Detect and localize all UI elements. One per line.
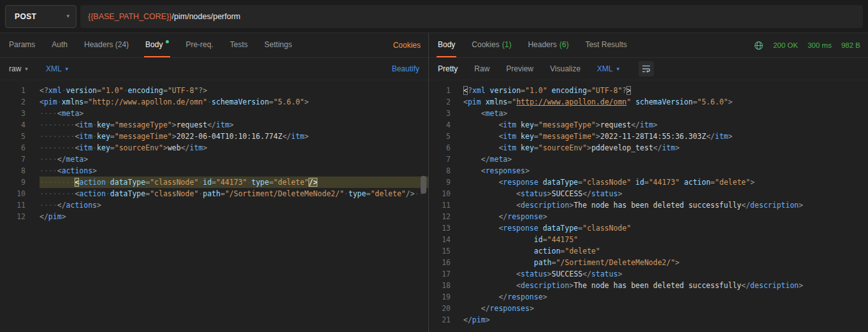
tab-label: Test Results	[585, 40, 626, 49]
request-tabbar: ParamsAuthHeaders (24)BodyPre-req.TestsS…	[0, 33, 428, 58]
code-line-19[interactable]: 19 </response>	[429, 291, 868, 303]
code-line-8[interactable]: 8····<actions>	[0, 165, 428, 177]
chevron-down-icon: ▾	[25, 66, 28, 72]
code-text: <meta>	[463, 108, 868, 119]
line-number: 7	[0, 154, 25, 165]
line-number: 7	[429, 154, 451, 165]
line-number: 14	[429, 234, 451, 245]
view-visualize[interactable]: Visualize	[550, 64, 581, 73]
code-line-2[interactable]: 2<pim xmlns="http://www.apollon.de/omn" …	[429, 96, 868, 108]
code-line-16[interactable]: 16 path="/Sortiment/DeleteMeNode2/">	[429, 257, 868, 268]
response-tab-body[interactable]: Body	[437, 33, 456, 57]
line-number: 21	[429, 314, 451, 326]
spacer	[642, 33, 754, 57]
line-number: 1	[429, 85, 451, 96]
code-line-2[interactable]: 2<pim·xmlns="http://www.apollon.de/omn"·…	[0, 96, 428, 108]
request-tab-body[interactable]: Body	[144, 33, 170, 57]
request-body-editor[interactable]: 1<?xml·version="1.0"·encoding="UTF-8"?>2…	[0, 80, 428, 332]
code-line-4[interactable]: 4 <itm key="messageType">request</itm>	[429, 119, 868, 131]
code-line-15[interactable]: 15 action="delete"	[429, 245, 868, 257]
line-number: 17	[429, 268, 451, 280]
code-line-6[interactable]: 6 <itm key="sourceEnv">pddevelop_test</i…	[429, 142, 868, 154]
tab-count: (6)	[560, 40, 569, 49]
code-line-10[interactable]: 10········<action·dataType="classNode"·p…	[0, 188, 428, 199]
line-number: 9	[0, 177, 25, 188]
response-time: 300 ms	[807, 41, 832, 49]
chevron-down-icon: ▾	[617, 66, 620, 72]
wrap-text-button[interactable]	[639, 61, 654, 76]
request-tab-params[interactable]: Params	[8, 33, 36, 57]
code-line-3[interactable]: 3 <meta>	[429, 108, 868, 119]
network-icon[interactable]	[754, 41, 763, 50]
code-line-4[interactable]: 4········<itm·key="messageType">request<…	[0, 119, 428, 131]
code-line-20[interactable]: 20 </responses>	[429, 303, 868, 314]
code-line-1[interactable]: 1<?xml version="1.0" encoding="UTF-8"?>	[429, 85, 868, 96]
tab-label: Tests	[230, 40, 248, 49]
code-text: <response dataType="classNode"	[463, 222, 868, 234]
code-line-8[interactable]: 8 <responses>	[429, 165, 868, 177]
response-tab-test-results[interactable]: Test Results	[584, 33, 628, 57]
response-status-group: 200 OK 300 ms 982 B	[754, 33, 860, 57]
code-line-5[interactable]: 5········<itm·key="messageTime">2022-06-…	[0, 131, 428, 142]
cookies-link[interactable]: Cookies	[393, 33, 421, 57]
code-line-14[interactable]: 14 id="44175"	[429, 234, 868, 245]
code-text: path="/Sortiment/DeleteMeNode2/">	[463, 257, 868, 268]
method-select[interactable]: POST ▾	[5, 5, 76, 28]
response-body-viewer[interactable]: 1<?xml version="1.0" encoding="UTF-8"?>2…	[429, 80, 868, 332]
code-line-12[interactable]: 12 </response>	[429, 211, 868, 222]
response-language-select[interactable]: XML ▾	[597, 64, 619, 73]
response-size: 982 B	[841, 41, 860, 49]
editor-scrollbar[interactable]	[421, 176, 426, 194]
chevron-down-icon: ▾	[66, 66, 69, 72]
line-number: 15	[429, 245, 451, 257]
response-tab-cookies[interactable]: Cookies(1)	[470, 33, 512, 57]
wrap-text-icon	[641, 64, 651, 74]
beautify-link[interactable]: Beautify	[392, 64, 419, 73]
code-line-7[interactable]: 7 </meta>	[429, 154, 868, 165]
code-line-9[interactable]: 9········<action·dataType="classNode"·id…	[0, 177, 428, 188]
request-language-select[interactable]: XML ▾	[46, 64, 68, 73]
code-text: <?xml·version="1.0"·encoding="UTF-8"?>	[40, 85, 428, 96]
request-language-label: XML	[46, 64, 62, 73]
line-number: 20	[429, 303, 451, 314]
code-line-6[interactable]: 6········<itm·key="sourceEnv">web</itm>	[0, 142, 428, 154]
view-pretty[interactable]: Pretty	[438, 64, 458, 73]
response-panel: BodyCookies(1)Headers(6)Test Results 200…	[429, 33, 868, 332]
response-tab-headers[interactable]: Headers(6)	[526, 33, 570, 57]
code-text: <itm key="sourceEnv">pddevelop_test</itm…	[463, 142, 868, 154]
code-line-11[interactable]: 11····</actions>	[0, 199, 428, 211]
code-line-21[interactable]: 21</pim>	[429, 314, 868, 326]
view-preview[interactable]: Preview	[506, 64, 533, 73]
code-line-18[interactable]: 18 <description>The node has been delete…	[429, 280, 868, 291]
response-language-label: XML	[597, 64, 613, 73]
tab-label: Params	[9, 40, 35, 49]
code-line-3[interactable]: 3····<meta>	[0, 108, 428, 119]
code-text: ········<itm·key="sourceEnv">web</itm>	[40, 142, 428, 154]
line-number: 10	[429, 188, 451, 199]
code-line-13[interactable]: 13 <response dataType="classNode"	[429, 222, 868, 234]
request-tab-settings[interactable]: Settings	[263, 33, 293, 57]
code-line-9[interactable]: 9 <response dataType="classNode" id="441…	[429, 177, 868, 188]
request-tab-headers-24[interactable]: Headers (24)	[83, 33, 130, 57]
request-tab-auth[interactable]: Auth	[50, 33, 69, 57]
request-tab-tests[interactable]: Tests	[229, 33, 249, 57]
code-line-5[interactable]: 5 <itm key="messageTime">2022-11-28T14:5…	[429, 131, 868, 142]
url-input[interactable]: {{BASE_PATH_CORE}}/pim/nodes/perform	[80, 5, 863, 28]
request-subbar: raw ▾ XML ▾ Beautify	[0, 58, 428, 80]
body-type-select[interactable]: raw ▾	[9, 64, 28, 73]
code-line-12[interactable]: 12</pim>	[0, 211, 428, 222]
code-line-7[interactable]: 7····</meta>	[0, 154, 428, 165]
view-raw[interactable]: Raw	[474, 64, 489, 73]
tab-label: Pre-req.	[185, 40, 213, 49]
request-tab-pre-req[interactable]: Pre-req.	[184, 33, 214, 57]
method-label: POST	[15, 12, 36, 21]
code-line-11[interactable]: 11 <description>The node has been delete…	[429, 199, 868, 211]
code-text: id="44175"	[463, 234, 868, 245]
code-text: ····<actions>	[40, 165, 428, 177]
line-number: 8	[429, 165, 451, 177]
code-text: <itm key="messageTime">2022-11-28T14:55:…	[463, 131, 868, 142]
response-tabbar: BodyCookies(1)Headers(6)Test Results 200…	[429, 33, 868, 58]
code-line-10[interactable]: 10 <status>SUCCESS</status>	[429, 188, 868, 199]
code-line-17[interactable]: 17 <status>SUCCESS</status>	[429, 268, 868, 280]
code-line-1[interactable]: 1<?xml·version="1.0"·encoding="UTF-8"?>	[0, 85, 428, 96]
